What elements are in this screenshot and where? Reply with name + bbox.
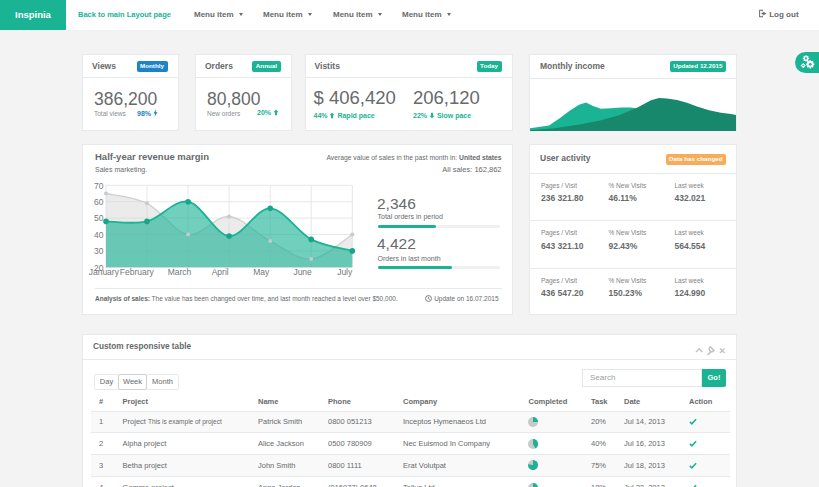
svg-text:50: 50 [94,213,104,223]
svg-text:60: 60 [94,197,104,207]
svg-text:March: March [168,267,192,277]
svg-text:40: 40 [94,230,104,240]
svg-text:May: May [253,267,270,277]
svg-text:30: 30 [94,246,104,256]
svg-text:July: July [337,267,353,277]
svg-text:January: January [89,267,120,277]
svg-text:70: 70 [94,181,104,191]
svg-text:February: February [120,267,155,277]
svg-text:June: June [293,267,312,277]
svg-text:April: April [212,267,229,277]
